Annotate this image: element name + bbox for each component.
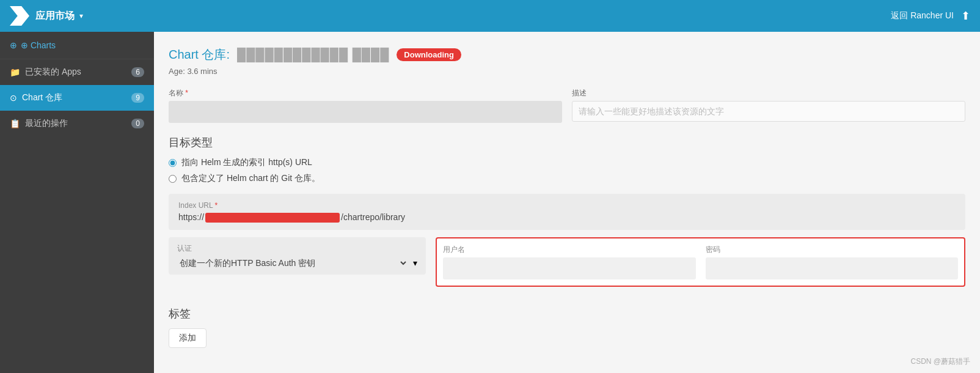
add-tag-button[interactable]: 添加 — [169, 328, 207, 348]
radio-helm-label: 指向 Helm 生成的索引 http(s) URL — [181, 157, 312, 168]
password-field-group: 密码 — [706, 245, 958, 279]
page-header: Chart 仓库: ████████████ ████ Downloading — [169, 46, 965, 63]
page-title: Chart 仓库: — [169, 46, 230, 63]
sidebar-item-chart-repo[interactable]: ⊙ Chart 仓库 9 — [0, 85, 154, 111]
header-actions: 返回 Rancher UI ⬆ — [891, 9, 970, 23]
sidebar-item-recent-ops[interactable]: 📋 最近的操作 0 — [0, 111, 154, 136]
watermark: CSDN @蘑菇猎手 — [910, 356, 970, 367]
index-url-value: https:///chartrepo/library — [178, 212, 956, 223]
description-field-group: 描述 — [572, 88, 965, 123]
back-to-rancher-button[interactable]: 返回 Rancher UI — [891, 10, 954, 21]
radio-group-target-type: 指向 Helm 生成的索引 http(s) URL 包含定义了 Helm cha… — [169, 157, 965, 184]
target-type-title: 目标类型 — [169, 135, 965, 150]
layout: ⊕ ⊕ Charts 📁 已安装的 Apps 6 ⊙ Chart 仓库 9 📋 … — [0, 32, 980, 373]
name-description-row: 名称 描述 — [169, 88, 965, 123]
sidebar: ⊕ ⊕ Charts 📁 已安装的 Apps 6 ⊙ Chart 仓库 9 📋 … — [0, 32, 154, 373]
username-input[interactable] — [443, 257, 695, 279]
age-value: 3.6 mins — [187, 67, 217, 76]
sidebar-charts-label: ⊕ Charts — [21, 40, 56, 50]
age-text: Age: 3.6 mins — [169, 67, 965, 76]
url-prefix: https:// — [178, 212, 204, 222]
sidebar-item-installed-apps[interactable]: 📁 已安装的 Apps 6 — [0, 59, 154, 85]
age-label: Age: — [169, 67, 185, 76]
auth-section-wrapper: 认证 创建一个新的HTTP Basic Auth 密钥 ▾ — [169, 237, 426, 297]
rancher-logo-icon — [10, 6, 29, 26]
radio-helm[interactable] — [169, 159, 177, 167]
radio-git-label: 包含定义了 Helm chart 的 Git 仓库。 — [181, 173, 320, 184]
name-field-group: 名称 — [169, 88, 562, 123]
installed-apps-label: 已安装的 Apps — [25, 67, 131, 78]
url-suffix: /chartrepo/library — [341, 212, 405, 222]
circle-plus-icon: ⊕ — [10, 40, 17, 50]
installed-apps-count: 6 — [131, 67, 144, 77]
name-input-blurred[interactable] — [169, 101, 562, 123]
repo-name: ████████████ ████ — [237, 48, 389, 62]
app-title: 应用市场 — [35, 10, 75, 23]
header: 应用市场 ▾ 返回 Rancher UI ⬆ — [0, 0, 980, 32]
description-label: 描述 — [572, 88, 965, 98]
auth-select-row: 创建一个新的HTTP Basic Auth 密钥 ▾ — [177, 257, 417, 268]
recent-ops-label: 最近的操作 — [25, 118, 131, 129]
tags-title: 标签 — [169, 306, 965, 321]
auth-credentials-row: 认证 创建一个新的HTTP Basic Auth 密钥 ▾ 用户名 密码 — [169, 237, 965, 297]
password-input[interactable] — [706, 257, 958, 279]
index-url-label: Index URL — [178, 201, 956, 210]
radio-git[interactable] — [169, 175, 177, 183]
username-label: 用户名 — [443, 245, 695, 255]
radio-item-helm[interactable]: 指向 Helm 生成的索引 http(s) URL — [169, 157, 965, 168]
sidebar-item-charts[interactable]: ⊕ ⊕ Charts — [0, 32, 154, 59]
upload-icon[interactable]: ⬆ — [961, 9, 970, 23]
password-label: 密码 — [706, 245, 958, 255]
auth-section: 认证 创建一个新的HTTP Basic Auth 密钥 ▾ — [169, 237, 426, 275]
credential-section: 用户名 密码 — [436, 237, 965, 287]
tags-section: 标签 添加 — [169, 306, 965, 348]
recent-ops-count: 0 — [131, 119, 144, 128]
radio-item-git[interactable]: 包含定义了 Helm chart 的 Git 仓库。 — [169, 173, 965, 184]
auth-label: 认证 — [177, 243, 417, 254]
chart-repo-count: 9 — [131, 93, 144, 103]
description-input[interactable] — [572, 101, 965, 122]
select-chevron-icon: ▾ — [413, 258, 417, 268]
auth-select[interactable]: 创建一个新的HTTP Basic Auth 密钥 — [177, 257, 408, 268]
index-url-section: Index URL https:///chartrepo/library — [169, 194, 965, 230]
status-badge: Downloading — [397, 48, 461, 61]
name-label: 名称 — [169, 88, 562, 98]
chevron-down-icon: ▾ — [79, 12, 83, 20]
circle-icon: ⊙ — [10, 93, 17, 103]
history-icon: 📋 — [10, 119, 20, 128]
main-content: Chart 仓库: ████████████ ████ Downloading … — [154, 32, 980, 373]
folder-icon: 📁 — [10, 67, 20, 77]
url-redacted — [205, 213, 340, 223]
username-field-group: 用户名 — [443, 245, 695, 279]
chart-repo-label: Chart 仓库 — [22, 92, 131, 103]
